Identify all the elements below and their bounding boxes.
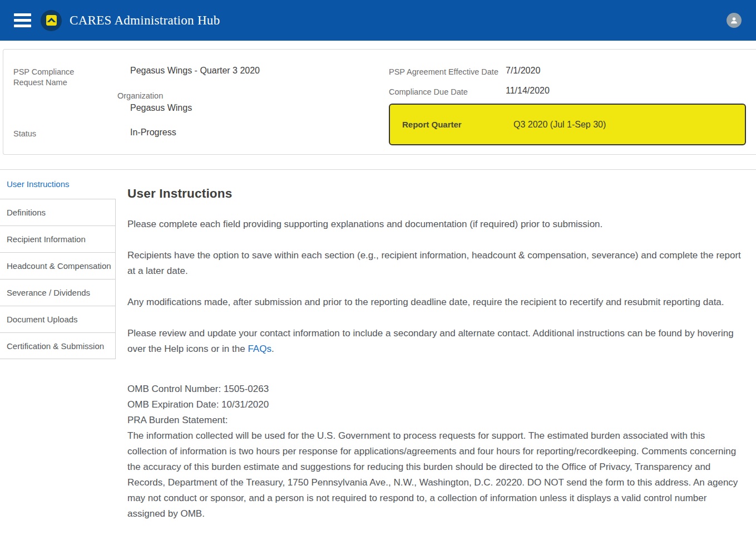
status-value: In-Progress xyxy=(130,127,176,138)
request-name-label: PSP Compliance Request Name xyxy=(13,65,130,88)
field-organization: Organization Pegasus Wings xyxy=(117,89,384,114)
field-status: Status In-Progress xyxy=(13,127,384,139)
organization-label: Organization xyxy=(117,89,234,101)
person-icon xyxy=(729,16,739,25)
omb-statement-block: OMB Control Number: 1505-0263 OMB Expira… xyxy=(127,381,747,522)
section-tabs: User Instructions Definitions Recipient … xyxy=(0,170,116,554)
tab-certification-submission[interactable]: Certification & Submission xyxy=(0,332,116,359)
effective-date-label: PSP Agreement Effective Date xyxy=(389,65,506,77)
pra-burden-label: PRA Burden Statement: xyxy=(127,413,747,428)
summary-right-column: PSP Agreement Effective Date 7/1/2020 Co… xyxy=(384,65,746,154)
status-label: Status xyxy=(13,127,130,139)
app-logo xyxy=(41,10,62,31)
contact-text-after: . xyxy=(271,344,274,354)
instruction-paragraph-3: Any modifications made, after submission… xyxy=(127,295,747,310)
instruction-paragraph-2: Recipients have the option to save withi… xyxy=(127,248,747,279)
report-quarter-label: Report Quarter xyxy=(402,119,513,130)
omb-control-number: OMB Control Number: 1505-0263 xyxy=(127,381,747,397)
pra-burden-text: The information collected will be used f… xyxy=(127,428,747,522)
field-due-date: Compliance Due Date 11/14/2020 xyxy=(389,85,746,97)
request-name-value: Pegasus Wings - Quarter 3 2020 xyxy=(130,65,260,76)
menu-icon[interactable] xyxy=(14,11,31,30)
organization-value: Pegasus Wings xyxy=(130,102,384,114)
page-title: User Instructions xyxy=(127,187,747,201)
compliance-summary-card: PSP Compliance Request Name Pegasus Wing… xyxy=(3,49,756,155)
due-date-label: Compliance Due Date xyxy=(389,85,506,97)
tab-user-instructions[interactable]: User Instructions xyxy=(0,170,116,199)
shield-chevron-icon xyxy=(46,14,57,26)
tab-recipient-information[interactable]: Recipient Information xyxy=(0,225,116,252)
faqs-link[interactable]: FAQs xyxy=(248,344,271,354)
field-request-name: PSP Compliance Request Name Pegasus Wing… xyxy=(13,65,384,88)
app-header: CARES Administration Hub xyxy=(0,0,756,41)
tab-severance-dividends[interactable]: Severance / Dividends xyxy=(0,279,116,306)
app-title: CARES Administration Hub xyxy=(70,13,220,28)
report-quarter-highlight: Report Quarter Q3 2020 (Jul 1-Sep 30) xyxy=(389,104,746,145)
effective-date-value: 7/1/2020 xyxy=(506,65,540,76)
contact-text-before: Please review and update your contact in… xyxy=(127,328,734,354)
instruction-paragraph-1: Please complete each field providing sup… xyxy=(127,217,747,232)
tab-headcount-compensation[interactable]: Headcount & Compensation xyxy=(0,252,116,279)
instruction-paragraph-contact: Please review and update your contact in… xyxy=(127,326,747,357)
report-content-section: User Instructions Definitions Recipient … xyxy=(0,169,756,554)
field-effective-date: PSP Agreement Effective Date 7/1/2020 xyxy=(389,65,746,77)
user-avatar[interactable] xyxy=(727,13,742,28)
user-instructions-pane: User Instructions Please complete each f… xyxy=(116,170,756,554)
omb-expiration-date: OMB Expiration Date: 10/31/2020 xyxy=(127,397,747,413)
report-quarter-value: Q3 2020 (Jul 1-Sep 30) xyxy=(513,119,606,130)
summary-left-column: PSP Compliance Request Name Pegasus Wing… xyxy=(13,65,384,154)
tab-document-uploads[interactable]: Document Uploads xyxy=(0,306,116,332)
due-date-value: 11/14/2020 xyxy=(506,85,550,96)
tab-definitions[interactable]: Definitions xyxy=(0,199,116,225)
